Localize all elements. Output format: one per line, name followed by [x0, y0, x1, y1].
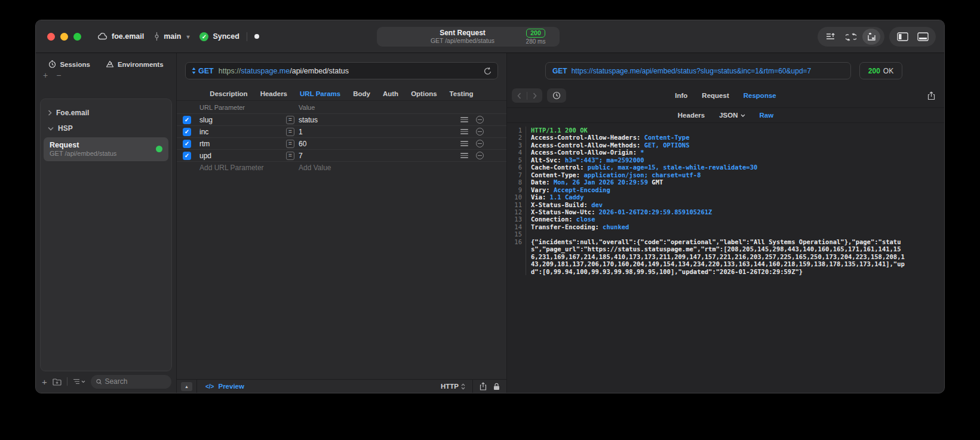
tab-sessions[interactable]: Sessions	[48, 60, 90, 68]
remove-row-icon[interactable]	[476, 128, 484, 136]
share-icon[interactable]	[473, 380, 493, 393]
tab-description[interactable]: Description	[210, 90, 247, 97]
project-menu[interactable]: foe.email	[97, 32, 144, 41]
request-method[interactable]: GET	[198, 67, 214, 75]
preview-button[interactable]: </> Preview	[205, 383, 244, 390]
status-code-badge: 200	[526, 29, 545, 38]
request-tab-bar: Description Headers URL Params Body Auth…	[177, 87, 506, 101]
line-number: 13	[512, 216, 526, 223]
code-text: Date: Mon, 26 Jan 2026 20:29:59 GMT	[526, 179, 944, 186]
subtab-headers[interactable]: Headers	[678, 112, 705, 119]
response-raw-view[interactable]: 1HTTP/1.1 200 OK2Access-Control-Allow-He…	[507, 123, 944, 393]
new-request-button[interactable]: +	[42, 377, 47, 387]
history-clock-button[interactable]	[547, 88, 566, 103]
tab-environments[interactable]: Environments	[106, 60, 164, 68]
request-url[interactable]: https://statuspage.me/api/embed/status	[219, 67, 349, 75]
equals-icon: =	[286, 152, 294, 160]
sync-status[interactable]: ✓ Synced	[199, 32, 239, 41]
sync-status-label: Synced	[213, 32, 239, 41]
refresh-icon[interactable]	[484, 67, 491, 75]
param-name[interactable]: slug	[199, 116, 286, 124]
titlebar-divider	[247, 32, 247, 41]
param-value[interactable]: status	[299, 116, 318, 124]
tab-response[interactable]: Response	[744, 92, 776, 99]
tab-body[interactable]: Body	[353, 90, 370, 97]
remove-session-button[interactable]: −	[56, 70, 61, 80]
chevron-down-icon: ▾	[186, 33, 189, 40]
response-status-badge: 200 OK	[859, 62, 902, 79]
line-number: 3	[512, 141, 526, 149]
request-summary-pill[interactable]: Sent Request GET /api/embed/status 200 2…	[377, 27, 560, 47]
sent-request-url[interactable]: GET https://statuspage.me/api/embed/stat…	[545, 62, 851, 79]
minimize-window-button[interactable]	[60, 33, 68, 41]
line-number: 2	[512, 134, 526, 141]
param-checkbox[interactable]: ✓	[183, 116, 191, 124]
request-list-item-selected[interactable]: Request GET /api/embed/status	[44, 137, 168, 161]
lock-icon[interactable]	[493, 380, 506, 393]
sort-requests-button[interactable]	[822, 29, 840, 45]
tree-group-foe-email[interactable]: Foe.email	[41, 105, 171, 121]
sort-filter-button[interactable]	[73, 379, 85, 384]
code-line: 2Access-Control-Allow-Headers: Content-T…	[512, 134, 944, 141]
tab-headers[interactable]: Headers	[260, 90, 287, 97]
url-params-table: URL Parameter Value ✓ slug =status ✓ inc…	[177, 101, 506, 174]
request-url-bar[interactable]: GET https://statuspage.me/api/embed/stat…	[185, 62, 498, 79]
param-row: ✓ slug =status	[177, 114, 506, 126]
param-checkbox[interactable]: ✓	[183, 140, 191, 148]
remove-row-icon[interactable]	[476, 116, 484, 124]
close-window-button[interactable]	[47, 33, 55, 41]
code-line: 11X-Status-Build: dev	[512, 201, 944, 208]
line-number: 9	[512, 186, 526, 193]
tab-options[interactable]: Options	[411, 90, 437, 97]
row-menu-icon[interactable]	[460, 116, 468, 124]
collapse-panel-button[interactable]: ▲	[181, 382, 192, 391]
param-name[interactable]: upd	[199, 152, 286, 160]
back-icon[interactable]	[512, 93, 527, 99]
line-number: 4	[512, 149, 526, 156]
row-menu-icon[interactable]	[460, 128, 468, 136]
remove-row-icon[interactable]	[476, 152, 484, 159]
new-folder-icon[interactable]	[53, 378, 62, 386]
request-summary-text: Sent Request GET /api/embed/status	[377, 29, 517, 45]
preview-label: Preview	[218, 383, 244, 390]
method-selector-icon[interactable]	[192, 67, 196, 74]
remove-row-icon[interactable]	[476, 140, 484, 147]
add-param-value-placeholder[interactable]: Add Value	[286, 164, 453, 172]
sync-branches-button[interactable]	[842, 29, 860, 45]
toggle-left-panel-button[interactable]	[893, 29, 911, 45]
subtab-json[interactable]: JSON	[719, 112, 745, 119]
unsaved-indicator-dot	[254, 34, 259, 39]
add-session-button[interactable]: +	[43, 70, 48, 80]
protocol-selector[interactable]: HTTP	[434, 383, 472, 390]
param-value[interactable]: 60	[299, 140, 306, 148]
param-checkbox[interactable]: ✓	[183, 128, 191, 136]
code-line: 6Cache-Control: public, max-age=15, stal…	[512, 164, 944, 171]
branch-menu[interactable]: main ▾	[154, 32, 189, 41]
param-checkbox[interactable]: ✓	[183, 152, 191, 160]
zoom-window-button[interactable]	[73, 33, 81, 41]
tab-info[interactable]: Info	[675, 92, 687, 99]
sidebar-search[interactable]	[91, 375, 171, 389]
forward-icon[interactable]	[527, 93, 542, 99]
tab-url-params[interactable]: URL Params	[300, 90, 340, 97]
request-method-path: GET /api/embed/status	[50, 150, 156, 157]
share-icon[interactable]	[927, 91, 935, 100]
tab-auth[interactable]: Auth	[383, 90, 398, 97]
tab-request[interactable]: Request	[702, 92, 729, 99]
subtab-raw[interactable]: Raw	[760, 112, 774, 119]
row-menu-icon[interactable]	[460, 140, 468, 147]
param-value[interactable]: 1	[299, 128, 303, 136]
search-input[interactable]	[105, 377, 166, 386]
code-text: Transfer-Encoding: chunked	[526, 223, 944, 230]
add-param-name-placeholder[interactable]: Add URL Parameter	[199, 164, 286, 172]
row-menu-icon[interactable]	[460, 152, 468, 159]
tab-sessions-label: Sessions	[60, 61, 90, 68]
code-line: 7Content-Type: application/json; charset…	[512, 171, 944, 179]
toggle-bottom-panel-button[interactable]	[914, 29, 932, 45]
tree-group-hsp[interactable]: HSP	[41, 121, 171, 136]
tab-testing[interactable]: Testing	[450, 90, 474, 97]
param-value[interactable]: 7	[299, 152, 303, 160]
param-name[interactable]: rtm	[199, 140, 286, 148]
param-name[interactable]: inc	[199, 128, 286, 136]
import-export-button[interactable]	[862, 29, 880, 45]
